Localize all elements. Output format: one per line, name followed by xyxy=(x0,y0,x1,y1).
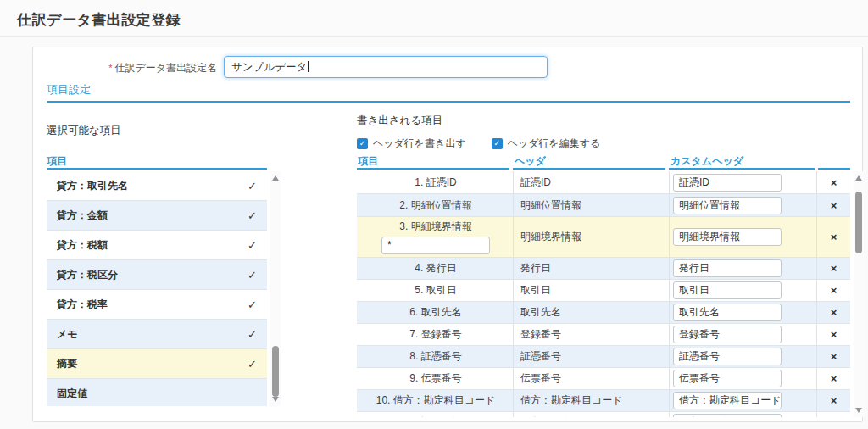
output-row[interactable]: 10. 借方：勘定科目コード 借方：勘定科目コード 借方：勘定科目コード × xyxy=(357,390,850,412)
remove-icon[interactable]: × xyxy=(831,395,837,406)
custom-header-input[interactable]: 借方：勘定科目 xyxy=(673,414,782,417)
available-item[interactable]: 摘要 ✓ xyxy=(47,349,267,379)
output-row-item-label: 9. 伝票番号 xyxy=(409,371,461,386)
output-row-item-label: 10. 借方：勘定科目コード xyxy=(376,393,496,408)
output-row-header-label: 明細位置情報 xyxy=(513,194,669,216)
available-item-label: 貸方：税額 xyxy=(47,238,108,253)
custom-header-input[interactable]: 証憑番号 xyxy=(673,348,782,365)
available-item[interactable]: 貸方：税率 ✓ xyxy=(47,290,267,320)
output-row[interactable]: 3. 明細境界情報 * 明細境界情報 明細境界情報 × xyxy=(357,217,850,258)
setting-name-label: *仕訳データ書出設定名 xyxy=(33,61,217,75)
output-row[interactable]: 2. 明細位置情報 明細位置情報 明細位置情報 × xyxy=(357,194,850,217)
check-icon: ✓ xyxy=(248,239,257,252)
remove-icon[interactable]: × xyxy=(831,263,837,274)
output-row[interactable]: 5. 取引日 取引日 取引日 × xyxy=(357,280,850,302)
custom-header-input[interactable]: 証憑ID xyxy=(673,174,782,192)
check-icon: ✓ xyxy=(248,328,257,341)
available-scrollbar[interactable] xyxy=(270,171,281,406)
output-row-item-label: 7. 登録番号 xyxy=(409,327,461,342)
header-options: ✓ ヘッダ行を書き出す ✓ ヘッダ行を編集する xyxy=(357,136,600,151)
available-item[interactable]: 貸方：金額 ✓ xyxy=(47,201,267,231)
remove-icon[interactable]: × xyxy=(831,351,837,362)
output-row-custom-cell: 証憑番号 xyxy=(669,346,816,367)
output-row-item-label: 11. 借方：勘定科目 xyxy=(392,415,479,417)
output-row[interactable]: 8. 証憑番号 証憑番号 証憑番号 × xyxy=(357,346,850,368)
output-row-custom-cell: 明細境界情報 xyxy=(669,217,816,257)
available-item[interactable]: 貸方：税額 ✓ xyxy=(47,231,267,260)
available-item-label: メモ xyxy=(47,327,78,342)
scrollbar-track[interactable] xyxy=(270,183,281,394)
check-icon: ✓ xyxy=(248,209,257,222)
scrollbar-track[interactable] xyxy=(854,183,864,405)
custom-header-input[interactable]: 登録番号 xyxy=(673,326,782,343)
remove-icon[interactable]: × xyxy=(831,177,837,188)
output-row[interactable]: 7. 登録番号 登録番号 登録番号 × xyxy=(357,324,850,346)
screen: 仕訳データ書出設定登録 *仕訳データ書出設定名 サンプルデータ 項目設定 選択可… xyxy=(0,0,868,429)
output-row-custom-cell: 明細位置情報 xyxy=(669,194,816,216)
checkbox-checked-icon: ✓ xyxy=(492,138,503,149)
edit-header-row-checkbox[interactable]: ✓ ヘッダ行を編集する xyxy=(492,136,601,151)
available-item-label: 貸方：取引先名 xyxy=(47,179,128,193)
remove-icon[interactable]: × xyxy=(831,329,837,340)
remove-icon[interactable]: × xyxy=(831,373,837,384)
custom-header-input[interactable]: 借方：勘定科目コード xyxy=(673,392,782,410)
output-row-item-cell: 2. 明細位置情報 xyxy=(357,194,513,216)
remove-icon[interactable]: × xyxy=(831,231,837,242)
setting-name-value: サンプルデータ xyxy=(231,61,307,73)
output-row-item-cell: 11. 借方：勘定科目 xyxy=(357,412,513,417)
custom-header-input[interactable]: 発行日 xyxy=(673,259,782,277)
output-row[interactable]: 1. 証憑ID 証憑ID 証憑ID × xyxy=(357,171,850,194)
scroll-down-arrow[interactable] xyxy=(270,394,281,404)
available-item[interactable]: 貸方：取引先名 ✓ xyxy=(47,171,267,201)
remove-icon[interactable]: × xyxy=(831,285,837,296)
available-item[interactable]: メモ ✓ xyxy=(47,320,267,349)
output-row-remove-cell: × xyxy=(816,194,850,216)
section-divider xyxy=(47,101,850,103)
available-item-list: 貸方：取引先名 ✓ 貸方：金額 ✓ 貸方：税額 ✓ 貸方：税区分 ✓ 貸方：税率… xyxy=(47,171,267,406)
available-item[interactable]: 固定値 ✓ xyxy=(47,379,267,406)
output-row[interactable]: 4. 発行日 発行日 発行日 × xyxy=(357,258,850,280)
output-row-item-label: 1. 証憑ID xyxy=(415,176,456,190)
write-header-row-checkbox[interactable]: ✓ ヘッダ行を書き出す xyxy=(357,136,466,151)
output-row[interactable]: 11. 借方：勘定科目 借方：勘定科目 借方：勘定科目 × xyxy=(357,412,850,417)
output-row[interactable]: 6. 取引先名 取引先名 取引先名 × xyxy=(357,302,850,324)
available-item-label: 貸方：税区分 xyxy=(47,268,118,282)
custom-header-input[interactable]: 取引先名 xyxy=(673,304,782,321)
output-row-item-cell: 5. 取引日 xyxy=(357,280,513,301)
output-row-remove-cell: × xyxy=(816,258,850,279)
custom-header-input[interactable]: 明細境界情報 xyxy=(673,228,782,246)
scroll-up-arrow[interactable] xyxy=(854,173,864,183)
custom-header-input[interactable]: 明細位置情報 xyxy=(673,197,782,214)
scroll-down-arrow[interactable] xyxy=(854,405,864,415)
available-item-label: 固定値 xyxy=(47,387,87,401)
output-row-custom-cell: 発行日 xyxy=(669,258,816,279)
output-row-custom-cell: 取引日 xyxy=(669,280,816,301)
scroll-up-arrow[interactable] xyxy=(270,173,281,183)
text-caret-icon xyxy=(308,61,309,72)
custom-header-input[interactable]: 伝票番号 xyxy=(673,370,782,387)
output-row[interactable]: 9. 伝票番号 伝票番号 伝票番号 × xyxy=(357,368,850,390)
remove-icon[interactable]: × xyxy=(831,200,837,211)
output-row-remove-cell: × xyxy=(816,346,850,367)
write-header-row-label: ヘッダ行を書き出す xyxy=(373,136,466,151)
output-scrollbar[interactable] xyxy=(854,171,864,417)
output-header-rule xyxy=(513,168,665,170)
required-mark: * xyxy=(108,63,112,73)
output-row-item-cell: 7. 登録番号 xyxy=(357,324,513,345)
scrollbar-thumb[interactable] xyxy=(855,192,862,254)
output-row-remove-cell: × xyxy=(816,412,850,417)
scrollbar-thumb[interactable] xyxy=(272,346,279,397)
setting-name-input[interactable]: サンプルデータ xyxy=(224,56,548,78)
output-row-item-label: 8. 証憑番号 xyxy=(409,349,461,364)
remove-icon[interactable]: × xyxy=(831,307,837,318)
output-row-remove-cell: × xyxy=(816,390,850,411)
available-item-label: 摘要 xyxy=(47,357,77,371)
available-item[interactable]: 貸方：税区分 ✓ xyxy=(47,260,267,290)
settings-card: *仕訳データ書出設定名 サンプルデータ 項目設定 選択可能な項目 項目 貸方：取… xyxy=(32,47,863,422)
boundary-value-input[interactable]: * xyxy=(381,237,490,254)
output-row-header-label: 借方：勘定科目 xyxy=(513,412,669,417)
output-row-header-label: 証憑番号 xyxy=(513,346,669,367)
output-row-header-label: 登録番号 xyxy=(513,324,669,345)
custom-header-input[interactable]: 取引日 xyxy=(673,281,782,299)
available-column-header: 項目 xyxy=(47,154,67,169)
